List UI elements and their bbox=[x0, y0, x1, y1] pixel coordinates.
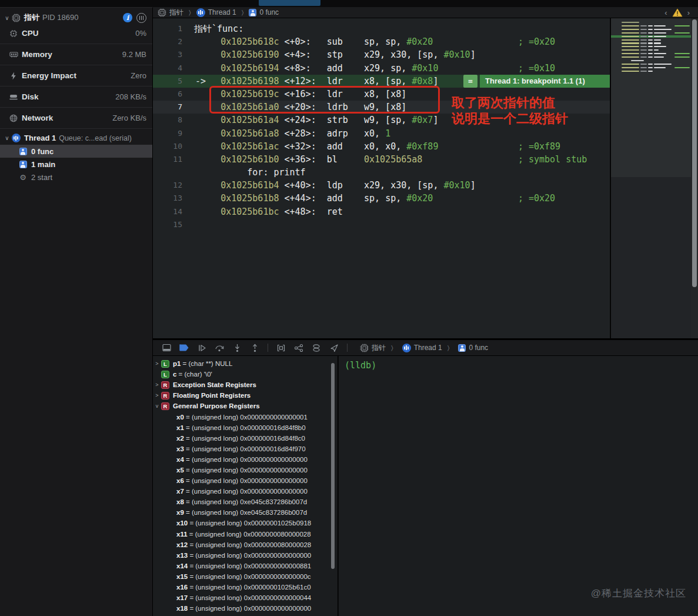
code-line[interactable]: 10 0x1025b61ac <+32>: add x0, x0, #0xf89… bbox=[153, 140, 610, 153]
gauge-row-cpu[interactable]: CPU0% bbox=[0, 25, 152, 41]
breadcrumb-item[interactable]: Thread 1 bbox=[196, 8, 236, 17]
disk-icon bbox=[9, 93, 18, 101]
register-row[interactable]: x2 = (unsigned long) 0x000000016d84f8c0 bbox=[153, 433, 338, 444]
gauge-row-energy-impact[interactable]: Energy ImpactZero bbox=[0, 68, 152, 84]
gauge-row-disk[interactable]: Disk208 KB/s bbox=[0, 89, 152, 105]
disclosure-icon[interactable]: v bbox=[153, 403, 161, 409]
register-row[interactable]: x5 = (unsigned long) 0x0000000000000000 bbox=[153, 465, 338, 475]
register-row[interactable]: x0 = (unsigned long) 0x0000000000000001 bbox=[153, 411, 338, 422]
breakpoint-label[interactable]: Thread 1: breakpoint 1.1 (1) bbox=[480, 75, 610, 88]
code-line[interactable]: 13 0x1025b61b8 <+44>: add sp, sp, #0x20 … bbox=[153, 192, 610, 205]
instruction-mnemonic: ldp bbox=[327, 180, 364, 191]
register-row[interactable]: x10 = (unsigned long) 0x00000001025b0918 bbox=[153, 518, 338, 528]
disclosure-icon[interactable]: ∨ bbox=[4, 135, 11, 141]
memory-graph-icon[interactable] bbox=[291, 342, 306, 354]
register-row[interactable]: x19 = (unsigned long) 0x0000000000000000 bbox=[153, 614, 338, 616]
register-row[interactable]: x6 = (unsigned long) 0x0000000000000000 bbox=[153, 475, 338, 486]
code-line[interactable]: 3 0x1025b6190 <+4>: stp x29, x30, [sp, #… bbox=[153, 48, 610, 61]
code-line[interactable]: for: printf bbox=[153, 166, 610, 179]
breakpoints-toggle-icon[interactable] bbox=[176, 342, 192, 354]
register-group-row[interactable]: vRGeneral Purpose Registers bbox=[153, 401, 338, 411]
register-row[interactable]: x3 = (unsigned long) 0x000000016d84f970 bbox=[153, 444, 338, 454]
step-over-icon[interactable] bbox=[212, 342, 227, 354]
gauge-row-memory[interactable]: Memory9.2 MB bbox=[0, 46, 152, 62]
network-icon bbox=[8, 114, 19, 122]
disclosure-icon[interactable]: > bbox=[153, 382, 161, 388]
breakpoint-equals-badge[interactable]: = bbox=[463, 75, 477, 88]
process-row[interactable]: ∨指针PID 18690i bbox=[0, 10, 152, 25]
line-content: 0x1025b6194 <+8>: add x29, sp, #0x10 ; =… bbox=[182, 62, 555, 75]
operand-token: ] bbox=[433, 76, 438, 86]
register-row[interactable]: x18 = (unsigned long) 0x0000000000000000 bbox=[153, 603, 338, 614]
forward-chevron-icon[interactable]: › bbox=[687, 8, 690, 17]
minimap-bar bbox=[640, 67, 647, 68]
code-line[interactable]: 14 0x1025b61bc <+48>: ret bbox=[153, 205, 610, 218]
variables-scrollbar-thumb[interactable] bbox=[331, 363, 335, 569]
code-line[interactable]: 4 0x1025b6194 <+8>: add x29, sp, #0x10 ;… bbox=[153, 62, 610, 75]
code-line[interactable]: 11 0x1025b61b0 <+36>: bl 0x1025b65a8 ; s… bbox=[153, 153, 610, 166]
register-row[interactable]: x12 = (unsigned long) 0x0000000080000028 bbox=[153, 540, 338, 550]
lldb-console[interactable]: (lldb) bbox=[339, 356, 698, 616]
minimap-bar bbox=[654, 64, 672, 65]
thread-row[interactable]: ∨Thread 1Queue: c...ead (serial) bbox=[0, 131, 152, 145]
code-line[interactable]: 9 0x1025b61a8 <+28>: adrp x0, 1 bbox=[153, 127, 610, 140]
editor-scrollbar[interactable] bbox=[691, 18, 698, 338]
breadcrumb-item[interactable]: 0 func bbox=[458, 344, 488, 352]
disassembly-editor[interactable]: 1指针`func:2 0x1025b618c <+0>: sub sp, sp,… bbox=[153, 18, 610, 338]
code-line[interactable]: 1指针`func: bbox=[153, 22, 610, 35]
register-row[interactable]: x17 = (unsigned long) 0x0000000000000044 bbox=[153, 592, 338, 603]
instruction-offset: <+44>: bbox=[279, 193, 327, 204]
hide-debug-area-icon[interactable] bbox=[159, 342, 174, 354]
breadcrumb-item[interactable]: Thread 1 bbox=[402, 344, 442, 352]
breadcrumb-item[interactable]: 0 func bbox=[249, 8, 279, 16]
minimap-bar bbox=[648, 67, 653, 68]
line-content: 指针`func: bbox=[182, 22, 243, 35]
warning-icon[interactable] bbox=[672, 8, 683, 17]
breadcrumb-item[interactable]: 指针 bbox=[360, 343, 386, 353]
code-line[interactable]: 12 0x1025b61b4 <+40>: ldp x29, x30, [sp,… bbox=[153, 179, 610, 192]
profile-gauge-icon[interactable] bbox=[136, 13, 146, 23]
stack-frame-0-func[interactable]: 0 func bbox=[0, 145, 152, 158]
code-line[interactable]: 2 0x1025b618c <+0>: sub sp, sp, #0x20 ; … bbox=[153, 35, 610, 48]
minimap-bar bbox=[622, 53, 639, 54]
register-group-row[interactable]: >RFloating Point Registers bbox=[153, 390, 338, 401]
breadcrumb-item[interactable]: 指针 bbox=[158, 8, 183, 18]
editor-minimap[interactable] bbox=[610, 18, 691, 338]
variables-scrollbar[interactable] bbox=[331, 363, 335, 575]
register-row[interactable]: x15 = (unsigned long) 0x000000000000000c bbox=[153, 571, 338, 582]
register-row[interactable]: x14 = (unsigned long) 0x0000000000000881 bbox=[153, 561, 338, 571]
register-row[interactable]: x11 = (unsigned long) 0x0000000080000028 bbox=[153, 529, 338, 540]
step-out-icon[interactable] bbox=[247, 342, 262, 354]
jump-bar-right: ‹ › bbox=[664, 8, 698, 17]
local-variable-row[interactable]: Lc = (char) '\0' bbox=[153, 369, 338, 379]
stack-frame-1-main[interactable]: 1 main bbox=[0, 158, 152, 171]
continue-icon[interactable] bbox=[194, 342, 209, 354]
variables-view[interactable]: >Lp1 = (char **) NULLLc = (char) '\0'>RE… bbox=[153, 356, 338, 616]
disclosure-icon[interactable]: ∨ bbox=[4, 15, 11, 21]
chip-icon bbox=[12, 14, 21, 22]
view-hierarchy-icon[interactable] bbox=[273, 342, 289, 354]
register-row[interactable]: x9 = (unsigned long) 0xe045c837286b007d bbox=[153, 507, 338, 518]
register-row[interactable]: x4 = (unsigned long) 0x0000000000000000 bbox=[153, 454, 338, 465]
back-chevron-icon[interactable]: ‹ bbox=[664, 8, 667, 17]
register-row[interactable]: x7 = (unsigned long) 0x0000000000000000 bbox=[153, 486, 338, 497]
register-row[interactable]: x8 = (unsigned long) 0xe045c837286b007d bbox=[153, 497, 338, 507]
step-into-icon[interactable] bbox=[229, 342, 245, 354]
environment-overrides-icon[interactable] bbox=[309, 342, 324, 354]
disclosure-icon[interactable]: > bbox=[153, 392, 161, 398]
editor-scrollbar-thumb[interactable] bbox=[692, 19, 697, 287]
register-row[interactable]: x16 = (unsigned long) 0x00000001025b61c0 bbox=[153, 582, 338, 592]
local-variable-row[interactable]: >Lp1 = (char **) NULL bbox=[153, 358, 338, 369]
register-group-row[interactable]: >RException State Registers bbox=[153, 379, 338, 390]
disclosure-icon[interactable]: > bbox=[153, 361, 161, 367]
info-icon[interactable]: i bbox=[123, 13, 132, 22]
gauge-row-network[interactable]: NetworkZero KB/s bbox=[0, 110, 152, 126]
operand-token: , bbox=[375, 128, 385, 139]
stack-frame-2-start[interactable]: ⚙2 start bbox=[0, 171, 152, 184]
editor-tab-fragment[interactable] bbox=[259, 0, 320, 6]
register-row[interactable]: x1 = (unsigned long) 0x000000016d84f8b0 bbox=[153, 422, 338, 433]
code-line[interactable]: 15 bbox=[153, 218, 610, 231]
simulate-location-icon[interactable] bbox=[326, 342, 342, 354]
minimap-bar bbox=[674, 56, 690, 58]
register-row[interactable]: x13 = (unsigned long) 0x0000000000000000 bbox=[153, 550, 338, 561]
